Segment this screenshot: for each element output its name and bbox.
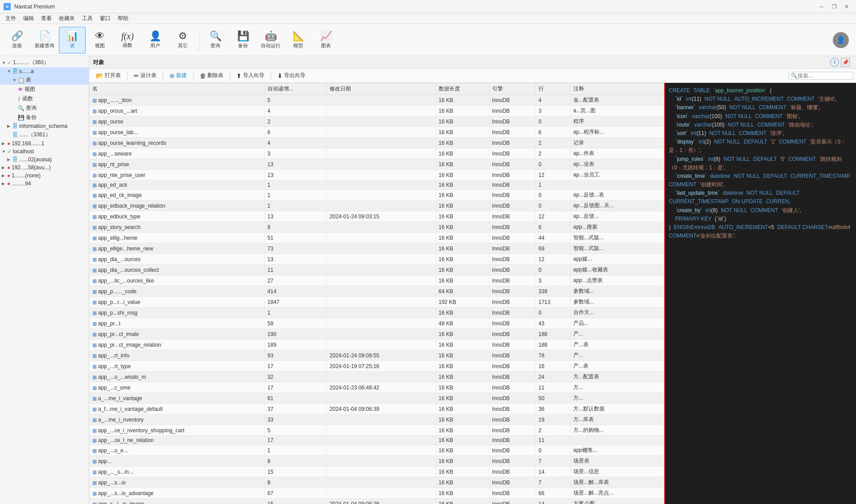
col-rows[interactable]: 行 (535, 83, 570, 95)
function-button[interactable]: f(x) 函数 (114, 27, 141, 53)
restore-button[interactable]: ❒ (828, 2, 840, 11)
table-row[interactable]: ▦app_pr...ct_image_relation 189 16 KB In… (90, 340, 664, 350)
table-row[interactable]: ▦app_edback_image_relation 1 16 KB InnoD… (90, 201, 664, 211)
table-row[interactable]: ▦app_edbuck_type 13 2024-01-24 09:03:15 … (90, 211, 664, 222)
table-row[interactable]: ▦app_...o_e... 1 16 KB InnoDB 0 app棚售... (90, 445, 664, 456)
view-button[interactable]: 👁 视图 (86, 27, 113, 53)
sidebar-item-views[interactable]: 👁 视图 (0, 85, 89, 94)
table-row[interactable]: ▦app_story_search 8 16 KB InnoDB 6 app..… (90, 222, 664, 233)
table-row[interactable]: ▦app_s...l...ic_image 15 2024-01-04 09:0… (90, 499, 664, 504)
sidebar-item-localhost[interactable]: ▼ ✓ localhost (0, 148, 89, 156)
col-name[interactable]: 名 (90, 83, 265, 95)
table-row[interactable]: ▦app_...lic_...ources_like 27 16 KB Inno… (90, 275, 664, 286)
sidebar-item-db1[interactable]: ▼ 🗄 s......a (0, 67, 89, 75)
sidebar-item-conn5[interactable]: ▶ ● .........94 (0, 180, 89, 188)
table-row[interactable]: ▦app_...s...io_advantage 67 16 KB InnoDB… (90, 488, 664, 499)
table-row[interactable]: ▦app_ed_ck_image 1 16 KB InnoDB 0 ap...反… (90, 190, 664, 201)
table-row[interactable]: ▦app_...o_...wisdo_m 32 16 KB InnoDB 24 … (90, 372, 664, 382)
sidebar-item-avasa[interactable]: ▶ 🗄 ......02(avasa) (0, 156, 89, 164)
menu-tools[interactable]: 工具 (78, 14, 96, 24)
menu-view[interactable]: 查看 (37, 14, 55, 24)
model-button[interactable]: 📐 模型 (285, 27, 312, 53)
table-row[interactable]: ▦app_...ce_l_ne_relation 17 16 KB InnoDB… (90, 436, 664, 445)
table-row[interactable]: ▦app_pr...ct_imale 190 16 KB InnoDB 188 … (90, 329, 664, 340)
table-row[interactable]: ▦app_dia_...ources_collect 11 16 KB Inno… (90, 265, 664, 275)
table-row[interactable]: ▦app_...c_ome 17 2024-01-23 06:48:42 16 … (90, 382, 664, 393)
sidebar-item-conn2[interactable]: ▶ ● 192.168.......1 (0, 139, 89, 148)
table-row[interactable]: ▦app_p...shi_msg 1 16 KB InnoDB 0 合作天... (90, 307, 664, 318)
table-row[interactable]: ▦a_...me_i_nventory 33 16 KB InnoDB 19 方… (90, 414, 664, 425)
sidebar-item-info-schema[interactable]: ▶ 🗄 information_schema (0, 122, 89, 130)
table-row[interactable]: ▦app_...seware 3 16 KB InnoDB 2 ap...件表 (90, 148, 664, 159)
table-row[interactable]: ▦app_ourse_lab... 6 16 KB InnoDB 6 ap...… (90, 127, 664, 138)
new-query-button[interactable]: 📄 新建查询 (31, 27, 58, 53)
table-row[interactable]: ▦app_ellige...heme_new 73 16 KB InnoDB 6… (90, 243, 664, 254)
info-button[interactable]: ℹ (830, 58, 839, 67)
table-row[interactable]: ▦app_......_ition 5 16 KB InnoDB 4 金...配… (90, 95, 664, 106)
cell-comment (570, 436, 664, 445)
design-table-button[interactable]: ✏ 设计表 (130, 70, 160, 81)
user-avatar[interactable]: 👤 (833, 32, 849, 48)
menu-favorites[interactable]: 收藏夹 (55, 14, 78, 24)
col-comment[interactable]: 注释 (570, 83, 664, 95)
close-button[interactable]: ✕ (841, 2, 852, 11)
export-wizard-button[interactable]: ⬇ 导出向导 (273, 70, 309, 81)
new-table-button[interactable]: ⊕ 新建 (165, 70, 191, 81)
table-row[interactable]: ▦app_ourse 2 16 KB InnoDB 0 程序 (90, 116, 664, 127)
col-auto-inc[interactable]: 自动递增... (264, 83, 326, 95)
sidebar-item-conn1[interactable]: ▼ ✓ 1.........（360） (0, 58, 89, 67)
table-row[interactable]: ▦app_ourse_learning_records 4 16 KB Inno… (90, 138, 664, 148)
col-modified[interactable]: 修改日期 (327, 83, 436, 95)
delete-table-button[interactable]: 🗑 删除表 (196, 70, 227, 81)
table-row[interactable]: ▦app_...rt_type 17 2024-01-19 07:25:16 1… (90, 361, 664, 372)
user-button[interactable]: 👤 用户 (142, 27, 169, 53)
table-row[interactable]: ▦app... 8 16 KB InnoDB 7 场景表 (90, 456, 664, 467)
table-row[interactable]: ▦app_pr...t 58 48 KB InnoDB 43 产品... (90, 318, 664, 329)
pin-button[interactable]: 📌 (841, 58, 850, 67)
sidebar-item-db2[interactable]: 🗄 ......（3361） (0, 130, 89, 139)
other-button[interactable]: ⚙ 其它 (169, 27, 196, 53)
cell-modified (327, 116, 436, 127)
table-row[interactable]: ▦app_p......_code 414 64 KB InnoDB 339 参… (90, 286, 664, 297)
cell-engine: InnoDB (489, 286, 535, 297)
table-row[interactable]: ▦app_ellig...heme 51 16 KB InnoDB 44 智能.… (90, 233, 664, 243)
sidebar-item-backups[interactable]: 💾 备份 (0, 113, 89, 122)
col-engine[interactable]: 引擎 (489, 83, 535, 95)
import-wizard-button[interactable]: ⬆ 导入向导 (232, 70, 268, 81)
table-row[interactable]: ▦app_dia_...ources 13 16 KB InnoDB 12 ap… (90, 254, 664, 265)
sidebar-item-functions[interactable]: ƒ 函数 (0, 94, 89, 103)
cell-engine: InnoDB (489, 159, 535, 170)
table-row[interactable]: ▦a_f...me_i_vantage_default 37 2024-01-0… (90, 404, 664, 414)
sidebar-item-tables[interactable]: ▼ 📋 表 (0, 75, 89, 85)
table-row[interactable]: ▦app_...rt_info 93 2024-01-24 09:09:55 1… (90, 350, 664, 361)
autorun-icon: 🤖 (265, 31, 277, 41)
cell-auto-inc: 15 (264, 467, 326, 477)
menu-window[interactable]: 窗口 (96, 14, 114, 24)
table-button[interactable]: 📊 表 (59, 27, 86, 53)
table-row[interactable]: ▦app_...ce_i_nventory_shopping_cart 5 16… (90, 425, 664, 436)
table-row[interactable]: ▦a_...me_i_vantage 81 16 KB InnoDB 50 方.… (90, 393, 664, 404)
table-row[interactable]: ▦app_p...r...i_value 1847 192 KB InnoDB … (90, 297, 664, 307)
data-table[interactable]: 名 自动递增... 修改日期 数据长度 引擎 行 注释 ▦app_.. (89, 83, 664, 504)
search-input[interactable] (798, 73, 851, 79)
table-row[interactable]: ▦app_nt_prise 13 16 KB InnoDB 0 ap...业表 (90, 159, 664, 170)
autorun-button[interactable]: 🤖 自动运行 (257, 27, 284, 53)
col-data-length[interactable]: 数据长度 (436, 83, 489, 95)
menu-file[interactable]: 文件 (2, 14, 20, 24)
menu-edit[interactable]: 编辑 (20, 14, 37, 24)
sidebar-item-queries[interactable]: 🔍 查询 (0, 103, 89, 113)
table-row[interactable]: ▦app_...s...io 8 16 KB InnoDB 7 场景...解..… (90, 477, 664, 488)
table-row[interactable]: ▦app_..._s...in... 15 16 KB InnoDB 14 场景… (90, 467, 664, 477)
table-row[interactable]: ▦app_ed_ack 1 16 KB InnoDB 1 (90, 180, 664, 190)
table-row[interactable]: ▦app_orous_...art 4 16 KB InnoDB 3 a...页… (90, 106, 664, 116)
chart-button[interactable]: 📈 图表 (313, 27, 339, 53)
sidebar-item-conn4[interactable]: ▶ ● 1.......(none) (0, 172, 89, 180)
sidebar-item-conn3[interactable]: ▶ ● 192.....58(avu...) (0, 164, 89, 172)
connect-button[interactable]: 🔗 连接 (4, 27, 30, 53)
menu-help[interactable]: 帮助 (114, 14, 132, 24)
minimize-button[interactable]: ─ (816, 2, 827, 11)
open-table-button[interactable]: 📂 打开表 (92, 70, 125, 81)
backup-button[interactable]: 💾 备份 (230, 27, 256, 53)
table-row[interactable]: ▦app_nte_prise_user 13 16 KB InnoDB 12 a… (90, 170, 664, 180)
query-button[interactable]: 🔍 查询 (202, 27, 229, 53)
